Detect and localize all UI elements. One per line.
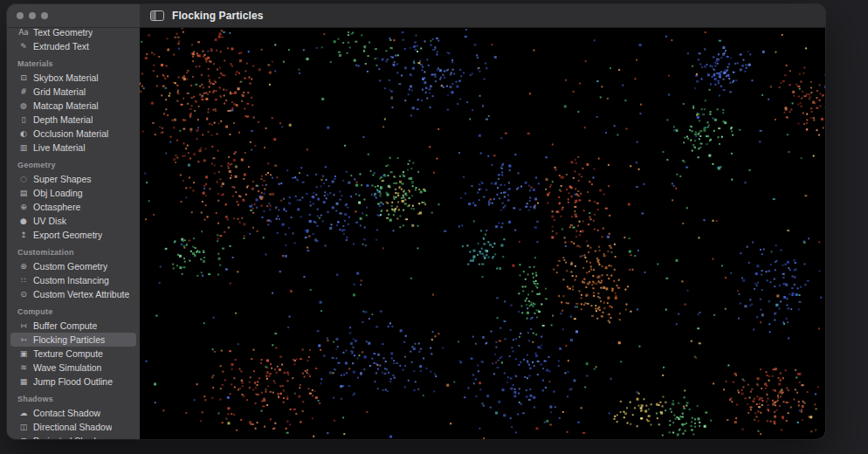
sidebar-item-obj-loading[interactable]: ▤Obj Loading [10,186,136,200]
custom-vertex-attributes-icon: ⊙ [17,291,30,299]
section-header-materials: Materials [17,58,129,69]
sidebar-item-skybox-material[interactable]: ⊡Skybox Material [10,71,136,85]
section-header-compute: Compute [17,306,129,317]
sidebar-item-label: Custom Instancing [33,275,109,285]
grid-material-icon: # [17,88,30,96]
depth-material-icon: ▯ [17,116,30,124]
sidebar-item-label: Texture Compute [33,348,103,359]
sidebar-item-label: Depth Material [33,114,93,125]
app-window: AaText Geometry✎Extruded TextMaterials⊡S… [7,4,825,439]
sidebar-item-depth-material[interactable]: ▯Depth Material [10,113,136,127]
sidebar-item-custom-instancing[interactable]: ∷Custom Instancing [10,273,136,287]
sidebar-item-label: Wave Simulation [33,362,101,373]
sidebar-item-label: Buffer Compute [33,320,97,331]
sidebar-item-label: Text Geometry [33,27,93,38]
directional-shadow-icon: ◫ [17,423,30,431]
sidebar-item-live-material[interactable]: ▥Live Material [10,141,136,155]
sidebar-item-label: Obj Loading [33,188,83,198]
custom-instancing-icon: ∷ [17,277,30,285]
sidebar-item-texture-compute[interactable]: ▣Texture Compute [10,347,136,361]
window-title: Flocking Particles [172,10,264,22]
buffer-compute-icon: ∺ [17,322,30,330]
content-area: Flocking Particles [140,4,825,439]
sidebar-toggle-icon[interactable] [150,10,164,21]
sidebar-item-label: Export Geometry [33,230,102,240]
sidebar-item-label: Octasphere [33,202,80,212]
sidebar-item-grid-material[interactable]: #Grid Material [10,85,136,99]
obj-loading-icon: ▤ [17,189,30,197]
zoom-button[interactable] [41,12,48,19]
sidebar-item-export-geometry[interactable]: ↥Export Geometry [10,228,136,242]
super-shapes-icon: ◌ [17,175,30,183]
sidebar-item-label: Occlusion Material [33,128,108,139]
octasphere-icon: ⊕ [17,203,30,211]
window-controls [7,4,140,28]
sidebar-item-occlusion-material[interactable]: ◐Occlusion Material [10,127,136,141]
particle-viewport[interactable] [140,28,825,439]
extruded-text-icon: ✎ [17,43,30,51]
sidebar-scroll-area[interactable]: AaText Geometry✎Extruded TextMaterials⊡S… [7,4,140,439]
desktop-background: { "titlebar": { "title": "Flocking Parti… [0,0,868,454]
sidebar-item-jump-flood-outline[interactable]: ▦Jump Flood Outline [10,375,136,389]
matcap-material-icon: ◍ [17,102,30,110]
sidebar-item-flocking-particles[interactable]: ➳Flocking Particles [10,333,136,347]
sidebar-item-label: Matcap Material [33,100,99,111]
sidebar-item-matcap-material[interactable]: ◍Matcap Material [10,99,136,113]
sidebar-item-label: Skybox Material [33,72,99,83]
skybox-material-icon: ⊡ [17,74,30,82]
sidebar-item-label: Custom Vertex Attributes [33,289,129,299]
sidebar-item-label: Projected Shadow [33,436,107,439]
sidebar-item-label: Grid Material [33,86,86,97]
sidebar-item-custom-geometry[interactable]: ⊛Custom Geometry [10,259,136,273]
sidebar-item-label: Directional Shadow [33,422,112,432]
section-header-shadows: Shadows [17,394,129,404]
sidebar-item-buffer-compute[interactable]: ∺Buffer Compute [10,319,136,333]
section-header-geometry: Geometry [17,160,129,170]
jump-flood-outline-icon: ▦ [17,378,30,386]
close-button[interactable] [17,12,24,19]
sidebar-item-label: Live Material [33,142,86,153]
sidebar-item-projected-shadow[interactable]: ⊟Projected Shadow [10,434,136,439]
texture-compute-icon: ▣ [17,350,30,358]
custom-geometry-icon: ⊛ [17,263,30,271]
sidebar-item-uv-disk[interactable]: ●UV Disk [10,214,136,228]
sidebar-item-label: Jump Flood Outline [33,376,113,387]
sidebar: AaText Geometry✎Extruded TextMaterials⊡S… [7,4,140,439]
sidebar-item-extruded-text[interactable]: ✎Extruded Text [10,39,136,53]
export-geometry-icon: ↥ [17,231,30,239]
sidebar-item-label: UV Disk [33,216,66,226]
sidebar-item-wave-simulation[interactable]: ≋Wave Simulation [10,361,136,375]
live-material-icon: ▥ [17,144,30,152]
sidebar-item-custom-vertex-attributes[interactable]: ⊙Custom Vertex Attributes [10,287,136,301]
sidebar-item-directional-shadow[interactable]: ◫Directional Shadow [10,420,136,434]
sidebar-item-label: Flocking Particles [33,334,105,345]
sidebar-item-octasphere[interactable]: ⊕Octasphere [10,200,136,214]
sidebar-item-contact-shadow[interactable]: ☁Contact Shadow [10,406,136,420]
uv-disk-icon: ● [17,217,30,225]
occlusion-material-icon: ◐ [17,130,30,138]
sidebar-item-super-shapes[interactable]: ◌Super Shapes [10,172,136,186]
sidebar-item-label: Extruded Text [33,41,89,52]
text-geometry-icon: Aa [17,29,30,37]
flocking-particles-icon: ➳ [17,336,30,344]
minimize-button[interactable] [29,12,36,19]
sidebar-item-label: Super Shapes [33,174,92,184]
projected-shadow-icon: ⊟ [17,437,30,440]
wave-simulation-icon: ≋ [17,364,30,372]
sidebar-list: AaText Geometry✎Extruded TextMaterials⊡S… [7,25,140,439]
contact-shadow-icon: ☁ [17,409,30,417]
sidebar-item-label: Custom Geometry [33,261,107,272]
section-header-customization: Customization [17,247,129,258]
sidebar-item-label: Contact Shadow [33,408,100,418]
titlebar[interactable]: Flocking Particles [140,4,825,28]
